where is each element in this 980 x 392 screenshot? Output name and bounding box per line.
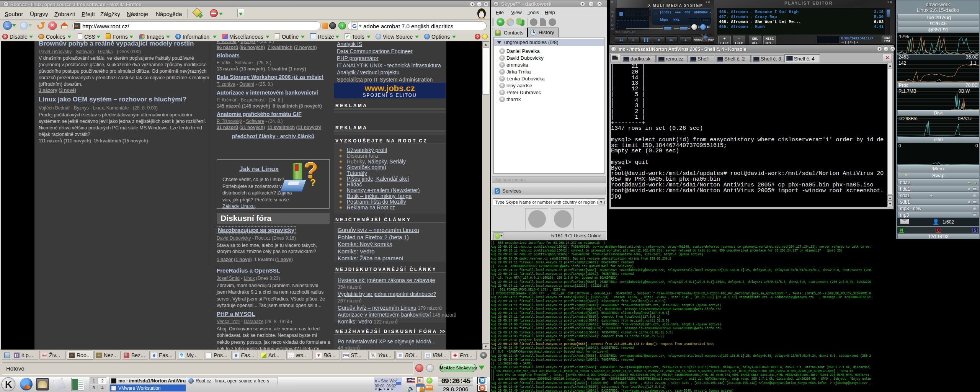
svg-text:0: 0 <box>975 143 978 149</box>
svg-text:0B/s:U: 0B/s:U <box>958 116 972 121</box>
svg-text:142: 142 <box>898 60 906 66</box>
svg-text:0: 0 <box>898 143 901 149</box>
svg-text:D:298B/s: D:298B/s <box>898 116 917 121</box>
svg-text:1.1: 1.1 <box>970 60 977 66</box>
svg-text:R:1.7MB: R:1.7MB <box>898 88 916 94</box>
svg-text:17%: 17% <box>899 34 909 39</box>
svg-text:0B:W: 0B:W <box>959 88 970 94</box>
